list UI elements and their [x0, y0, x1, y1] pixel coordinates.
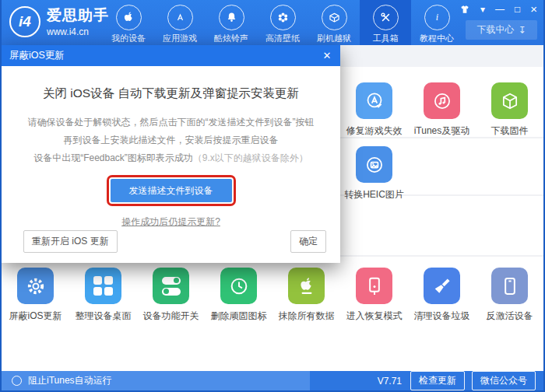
tool-label: 反激活设备 — [487, 310, 533, 323]
clock-icon — [220, 268, 257, 304]
grid-icon — [85, 268, 121, 304]
instruction-line: 设备中出现“Feedback”图标即表示成功（9.x以下的越狱设备除外） — [2, 149, 340, 167]
menu-icon[interactable]: ▾ — [480, 5, 485, 14]
tool-row-3: 屏蔽iOS更新 整理设备桌面 设备功能开关 — [2, 268, 543, 323]
tool-item-fix-games[interactable]: 修复游戏失效 — [340, 82, 408, 138]
confirm-button[interactable]: 确定 — [290, 230, 326, 253]
app-logo: i4 爱思助手 www.i4.cn — [9, 5, 109, 37]
nav-label: 教程中心 — [420, 33, 454, 44]
dialog-instructions: 请确保设备处于解锁状态，然后点击下面的“发送描述文件到设备”按钮 再到设备上安装… — [2, 114, 340, 167]
tool-item-delete-stubborn-icons[interactable]: 删除顽固图标 — [205, 268, 272, 323]
nav-label: 我的设备 — [111, 33, 146, 44]
info-icon: i — [424, 5, 450, 30]
tool-label: 修复游戏失效 — [346, 124, 403, 138]
nav-label: 高清壁纸 — [265, 33, 300, 44]
tool-item-convert-heic[interactable]: 转换HEIC图片 — [340, 146, 408, 201]
main-nav: 我的设备 应用游戏 酷炫铃声 高清壁纸 — [103, 0, 462, 45]
flower-icon — [270, 5, 296, 30]
nav-item-my-devices[interactable]: 我的设备 — [103, 0, 154, 45]
tools-icon — [373, 5, 399, 30]
dialog-title: 屏蔽iOS更新 — [2, 49, 65, 62]
bell-icon — [219, 5, 244, 30]
gear-icon — [17, 268, 54, 304]
svg-text:i: i — [435, 12, 438, 23]
broom-icon — [424, 268, 460, 304]
nav-label: 酷炫铃声 — [214, 33, 248, 44]
download-icon: ↧ — [518, 25, 526, 36]
dialog-close-icon[interactable]: ✕ — [314, 45, 340, 66]
still-prompting-link[interactable]: 操作成功后仍提示更新? — [121, 216, 220, 227]
phone-recovery-icon — [356, 268, 392, 304]
maximize-icon[interactable]: □ — [515, 5, 520, 14]
nav-label: 应用游戏 — [163, 33, 197, 44]
close-icon[interactable]: × — [530, 3, 537, 15]
tool-label: 屏蔽iOS更新 — [9, 310, 62, 323]
tool-label: 删除顽固图标 — [211, 310, 267, 323]
window-controls: ▾ — □ × — [459, 3, 537, 15]
tool-label: 抹除所有数据 — [279, 310, 335, 323]
dialog-title-bar: 屏蔽iOS更新 ✕ — [2, 45, 340, 66]
dialog-body: 关闭 iOS设备 自动下载更新及弹窗提示安装更新 请确保设备处于解锁状态，然后点… — [2, 66, 340, 263]
tool-label: iTunes及驱动 — [414, 124, 470, 138]
tool-label: 清理设备垃圾 — [414, 310, 470, 323]
itunes-block-option[interactable]: 阻止iTunes自动运行 — [2, 371, 310, 390]
download-center-label: 下载中心 — [476, 23, 514, 37]
tool-item-organize-desktop[interactable]: 整理设备桌面 — [69, 268, 137, 323]
empty-cell — [408, 146, 476, 201]
app-site: www.i4.cn — [47, 26, 109, 37]
nav-item-tutorials[interactable]: i 教程中心 — [411, 0, 462, 45]
tool-label: 整理设备桌面 — [76, 310, 132, 323]
nav-item-ringtones[interactable]: 酷炫铃声 — [206, 0, 257, 45]
header: i4 爱思助手 www.i4.cn 我的设备 应用游戏 — [0, 0, 545, 45]
skin-icon[interactable] — [459, 4, 470, 15]
block-ios-update-dialog: 屏蔽iOS更新 ✕ 关闭 iOS设备 自动下载更新及弹窗提示安装更新 请确保设备… — [2, 45, 340, 263]
app-name: 爱思助手 — [47, 5, 109, 26]
reopen-ios-update-button[interactable]: 重新开启 iOS 更新 — [23, 230, 118, 253]
tool-item-deactivate-device[interactable]: 反激活设备 — [476, 268, 543, 323]
wechat-button[interactable]: 微信公众号 — [472, 371, 536, 390]
instruction-note: （9.x以下的越狱设备除外） — [193, 152, 308, 163]
download-center-button[interactable]: 下载中心 ↧ — [466, 20, 537, 40]
nav-label: 工具箱 — [373, 33, 399, 44]
minimize-icon[interactable]: — — [495, 5, 505, 14]
tool-item-itunes-driver[interactable]: iTunes及驱动 — [408, 82, 476, 138]
firmware-cube-icon — [491, 82, 528, 119]
tool-item-download-firmware[interactable]: 下载固件 — [476, 82, 543, 138]
app-window: i4 爱思助手 www.i4.cn 我的设备 应用游戏 — [0, 0, 545, 392]
tool-item-enter-recovery-mode[interactable]: 进入恢复模式 — [340, 268, 408, 323]
checkbox-circle-icon[interactable] — [12, 376, 22, 386]
tool-label: 转换HEIC图片 — [344, 188, 404, 201]
nav-item-wallpapers[interactable]: 高清壁纸 — [257, 0, 308, 45]
apple-icon — [116, 5, 142, 30]
apple-erase-icon — [288, 268, 325, 304]
tool-label: 下载固件 — [491, 124, 529, 138]
jailbreak-box-icon — [322, 5, 347, 30]
nav-item-apps-games[interactable]: 应用游戏 — [154, 0, 206, 45]
tool-item-feature-switch[interactable]: 设备功能开关 — [137, 268, 205, 323]
appstore-icon — [167, 5, 193, 30]
tool-item-clean-junk[interactable]: 清理设备垃圾 — [408, 268, 476, 323]
tool-label: 设备功能开关 — [143, 310, 199, 323]
empty-cell — [476, 146, 543, 201]
instruction-line: 请确保设备处于解锁状态，然后点击下面的“发送描述文件到设备”按钮 — [2, 114, 340, 131]
appstore-fix-icon — [356, 82, 392, 119]
itunes-music-icon — [424, 82, 460, 119]
tool-item-erase-all-data[interactable]: 抹除所有数据 — [272, 268, 340, 323]
send-profile-button[interactable]: 发送描述文件到设备 — [111, 179, 232, 202]
nav-label: 刷机越狱 — [317, 33, 351, 44]
checkbox-label: 阻止iTunes自动运行 — [28, 374, 112, 387]
i4-logo-icon: i4 — [9, 6, 40, 37]
status-bar: 阻止iTunes自动运行 V7.71 检查更新 微信公众号 — [0, 371, 545, 392]
nav-item-toolbox[interactable]: 工具箱 — [360, 0, 411, 45]
toggles-icon — [153, 268, 189, 304]
instruction-line: 再到设备上安装此描述文件，安装后按提示重启设备 — [2, 131, 340, 149]
tool-label: 进入恢复模式 — [346, 310, 403, 323]
tool-item-block-ios-update[interactable]: 屏蔽iOS更新 — [2, 268, 69, 323]
phone-deactivate-icon — [491, 268, 528, 304]
version-label: V7.71 — [378, 376, 402, 387]
nav-item-flash-jailbreak[interactable]: 刷机越狱 — [308, 0, 360, 45]
dialog-heading: 关闭 iOS设备 自动下载更新及弹窗提示安装更新 — [2, 66, 340, 102]
check-update-button[interactable]: 检查更新 — [410, 371, 465, 390]
heic-photo-icon — [356, 146, 392, 183]
